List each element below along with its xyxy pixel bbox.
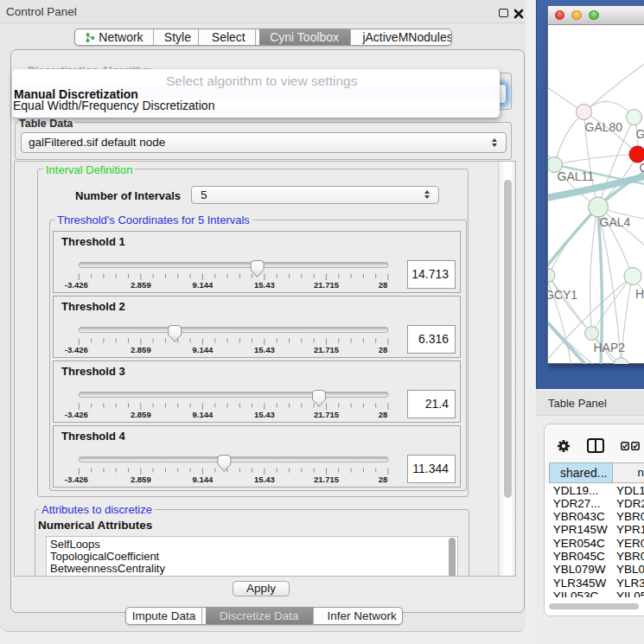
svg-text:9.144: 9.144 [193, 410, 214, 419]
svg-text:GAL80: GAL80 [584, 120, 622, 134]
svg-text:-3.426: -3.426 [65, 475, 88, 484]
svg-text:9.144: 9.144 [193, 345, 214, 354]
svg-text:21.715: 21.715 [314, 280, 340, 290]
svg-text:28: 28 [379, 410, 388, 419]
svg-text:CD: CD [639, 160, 644, 174]
svg-text:28: 28 [379, 475, 388, 484]
svg-text:-3.426: -3.426 [65, 280, 88, 290]
svg-text:HIS: HIS [635, 286, 644, 300]
svg-text:21.715: 21.715 [314, 410, 340, 419]
svg-text:GAL3: GAL3 [635, 126, 644, 140]
svg-text:2.859: 2.859 [131, 345, 151, 354]
svg-text:21.715: 21.715 [314, 345, 340, 354]
svg-text:15.43: 15.43 [254, 280, 275, 290]
svg-text:15.43: 15.43 [254, 410, 275, 419]
svg-text:-3.426: -3.426 [65, 345, 88, 354]
svg-text:GCY1: GCY1 [548, 288, 577, 302]
svg-text:21.715: 21.715 [314, 475, 340, 484]
svg-text:9.144: 9.144 [193, 475, 214, 484]
svg-text:28: 28 [379, 280, 388, 290]
svg-text:-3.426: -3.426 [65, 410, 88, 419]
svg-text:15.43: 15.43 [254, 475, 275, 484]
svg-text:2.859: 2.859 [131, 280, 151, 290]
svg-text:GAL11: GAL11 [557, 169, 594, 183]
svg-text:2.859: 2.859 [131, 410, 151, 419]
svg-text:28: 28 [379, 345, 388, 354]
svg-text:15.43: 15.43 [254, 345, 275, 354]
svg-text:HAP2: HAP2 [593, 341, 625, 354]
svg-text:2.859: 2.859 [131, 475, 151, 484]
svg-text:9.144: 9.144 [193, 280, 214, 290]
svg-text:GAL4: GAL4 [599, 215, 630, 229]
